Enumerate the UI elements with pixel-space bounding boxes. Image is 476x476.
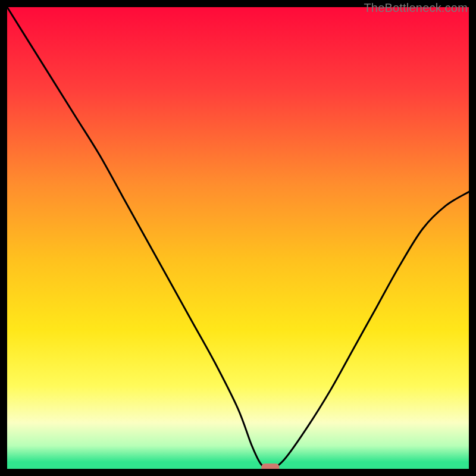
bottleneck-chart xyxy=(7,7,469,469)
gradient-background xyxy=(7,7,469,469)
optimum-marker xyxy=(261,464,279,469)
watermark-text: TheBottleneck.com xyxy=(364,1,468,15)
chart-frame xyxy=(7,7,469,469)
